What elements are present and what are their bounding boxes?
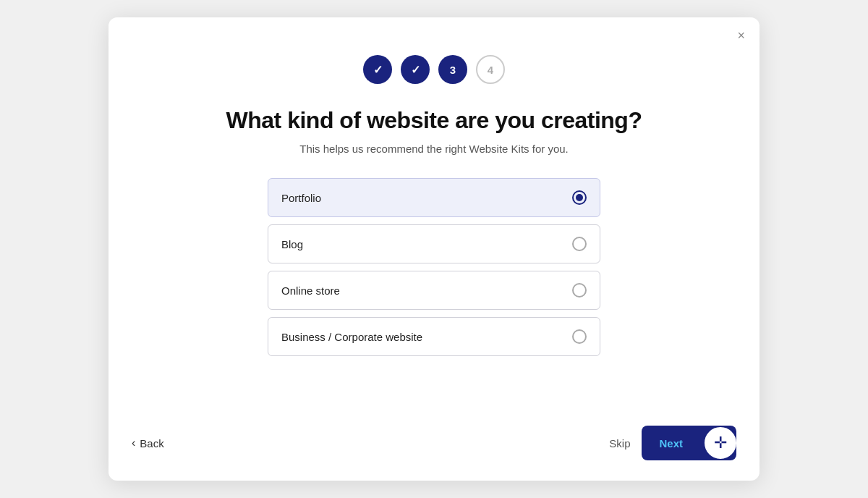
back-button[interactable]: ‹ Back [132,436,164,450]
option-blog[interactable]: Blog [268,224,600,263]
footer: ‹ Back Skip Next ✛ [109,426,760,481]
back-label: Back [140,437,163,450]
next-button[interactable]: Next ✛ [642,426,736,460]
modal: × 3 4 What kind of website are you creat… [109,17,760,481]
radio-business-corporate [572,329,587,344]
website-type-options: Portfolio Blog Online store Business / C… [268,178,600,356]
skip-button[interactable]: Skip [609,437,630,450]
option-portfolio[interactable]: Portfolio [268,178,600,217]
option-portfolio-label: Portfolio [281,192,321,204]
step-1 [363,55,392,84]
option-online-store-label: Online store [281,284,340,297]
option-online-store[interactable]: Online store [268,271,600,310]
option-business-corporate[interactable]: Business / Corporate website [268,317,600,356]
radio-online-store [572,283,587,297]
step-3: 3 [438,55,467,84]
step-2 [401,55,430,84]
step-indicators: 3 4 [363,55,505,84]
back-chevron-icon: ‹ [132,436,135,450]
next-icon-circle: ✛ [703,426,736,460]
radio-blog [572,237,587,251]
page-title: What kind of website are you creating? [226,107,642,134]
close-button[interactable]: × [737,29,745,42]
step-4: 4 [476,55,505,84]
next-label: Next [642,437,703,450]
option-blog-label: Blog [281,238,303,250]
footer-right: Skip Next ✛ [609,426,736,460]
page-subtitle: This helps us recommend the right Websit… [299,143,569,155]
radio-portfolio [572,190,587,205]
radio-portfolio-inner [576,194,583,201]
option-business-corporate-label: Business / Corporate website [281,331,422,343]
next-plus-icon: ✛ [714,435,727,451]
